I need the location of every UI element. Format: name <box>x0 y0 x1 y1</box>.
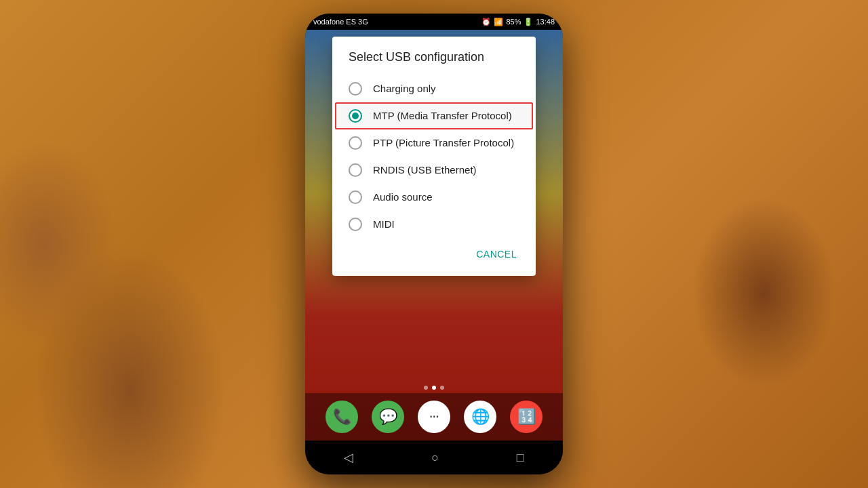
dock-calculator-icon[interactable]: 🔢 <box>510 401 542 433</box>
status-right: ⏰ 📶 85% 🔋 13:48 <box>481 18 555 26</box>
option-rndis[interactable]: RNDIS (USB Ethernet) <box>332 157 536 184</box>
signal-icon: 📶 <box>494 18 503 26</box>
label-charging: Charging only <box>373 82 436 96</box>
radio-audio <box>349 190 362 204</box>
page-dot-3 <box>440 386 444 390</box>
dialog-actions: CANCEL <box>332 238 536 269</box>
option-audio[interactable]: Audio source <box>332 184 536 211</box>
phone-frame: vodafone ES 3G ⏰ 📶 85% 🔋 13:48 Select US… <box>305 14 563 474</box>
carrier-text: vodafone ES 3G <box>313 18 368 26</box>
back-button[interactable]: ◁ <box>344 450 353 465</box>
page-dot-2 <box>432 386 436 390</box>
app-dock: 📞 💬 ⋯ 🌐 🔢 <box>305 393 563 441</box>
label-ptp: PTP (Picture Transfer Protocol) <box>373 136 514 150</box>
label-midi: MIDI <box>373 218 395 231</box>
label-rndis: RNDIS (USB Ethernet) <box>373 163 477 177</box>
cancel-button[interactable]: CANCEL <box>468 243 525 265</box>
battery-text: 85% <box>506 18 521 26</box>
radio-charging <box>349 82 362 96</box>
radio-midi <box>349 218 362 231</box>
time-text: 13:48 <box>536 18 555 26</box>
option-charging[interactable]: Charging only <box>332 75 536 102</box>
usb-config-dialog: Select USB configuration Charging only M… <box>332 37 536 276</box>
label-mtp: MTP (Media Transfer Protocol) <box>373 109 512 123</box>
label-audio: Audio source <box>373 190 433 204</box>
radio-ptp <box>349 136 362 150</box>
option-mtp[interactable]: MTP (Media Transfer Protocol) <box>335 102 533 129</box>
dock-chrome-icon[interactable]: 🌐 <box>464 401 496 433</box>
status-bar: vodafone ES 3G ⏰ 📶 85% 🔋 13:48 <box>305 14 563 30</box>
option-ptp[interactable]: PTP (Picture Transfer Protocol) <box>332 129 536 157</box>
phone-screen: Select USB configuration Charging only M… <box>305 30 563 441</box>
dialog-overlay: Select USB configuration Charging only M… <box>305 30 563 441</box>
dock-messages-icon[interactable]: 💬 <box>372 401 404 433</box>
page-dot-1 <box>424 386 428 390</box>
home-button[interactable]: ○ <box>431 451 439 465</box>
dialog-title: Select USB configuration <box>332 50 536 75</box>
dock-phone-icon[interactable]: 📞 <box>326 401 358 433</box>
battery-icon: 🔋 <box>524 18 533 26</box>
alarm-icon: ⏰ <box>481 18 491 26</box>
bottom-nav-bar: ◁ ○ □ <box>305 441 563 474</box>
radio-rndis <box>349 163 362 177</box>
option-midi[interactable]: MIDI <box>332 211 536 238</box>
recents-button[interactable]: □ <box>517 451 524 465</box>
radio-mtp <box>349 109 362 123</box>
dock-apps-icon[interactable]: ⋯ <box>418 401 450 433</box>
